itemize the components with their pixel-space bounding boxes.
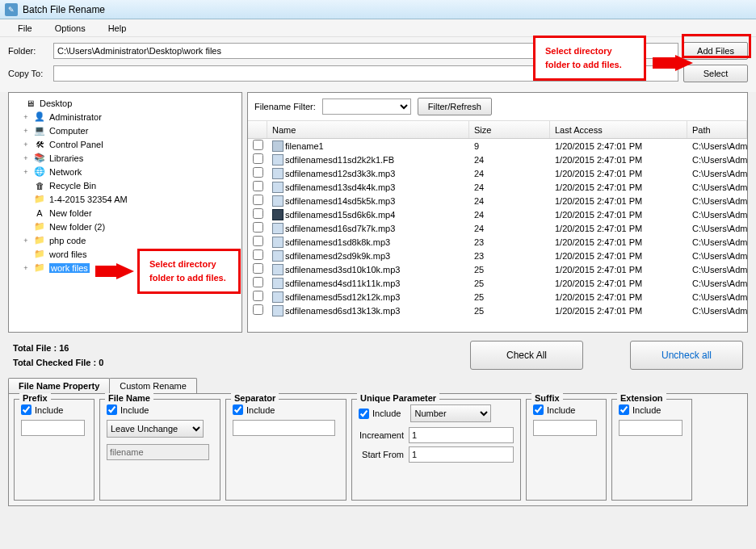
prefix-input[interactable] — [21, 420, 85, 436]
filename-mode-select[interactable]: Leave Unchange — [107, 420, 204, 438]
row-checkbox[interactable] — [253, 140, 263, 150]
startfrom-input[interactable] — [409, 446, 514, 463]
expander-icon[interactable]: + — [22, 113, 30, 121]
tree-item[interactable]: 🗑Recycle Bin — [10, 178, 240, 192]
suffix-input[interactable] — [533, 420, 597, 436]
tree-item[interactable]: +🌐Network — [10, 165, 240, 178]
cell-size: 24 — [469, 210, 550, 220]
row-checkbox[interactable] — [253, 222, 263, 233]
cell-name: sdfilenamesd6sd13k13k.mp3 — [285, 306, 400, 316]
cell-path: C:\Users\Admi — [687, 196, 747, 206]
cell-size: 24 — [469, 169, 550, 178]
expander-icon[interactable]: + — [22, 127, 30, 135]
expander-icon[interactable]: + — [22, 168, 30, 176]
cell-name: sdfilenamesd3sd10k10k.mp3 — [285, 265, 400, 274]
total-checked-label: Total Checked File : — [13, 358, 96, 367]
increment-input[interactable] — [409, 427, 514, 443]
cell-lastaccess: 1/20/2015 2:47:01 PM — [550, 237, 687, 247]
filter-refresh-button[interactable]: Filter/Refresh — [418, 98, 492, 115]
cell-path: C:\Users\Admi — [687, 306, 747, 316]
table-row[interactable]: sdfilenamesd14sd5k5k.mp3241/20/2015 2:47… — [248, 194, 747, 207]
separator-input[interactable] — [233, 420, 335, 436]
tree-item[interactable]: +🛠Control Panel — [10, 137, 240, 151]
unique-include-checkbox[interactable] — [359, 409, 369, 419]
expander-icon[interactable]: + — [22, 237, 30, 245]
row-checkbox[interactable] — [253, 263, 263, 274]
tree-item-label: 1-4-2015 32354 AM — [49, 195, 128, 204]
menu-file[interactable]: File — [8, 22, 42, 35]
row-checkbox[interactable] — [253, 304, 263, 315]
tab-filename-property[interactable]: File Name Property — [8, 378, 110, 393]
file-icon — [272, 209, 284, 220]
total-file-label: Total File : — [13, 343, 57, 353]
col-path[interactable]: Path — [687, 121, 747, 138]
table-row[interactable]: sdfilenamesd16sd7k7k.mp3241/20/2015 2:47… — [248, 221, 747, 235]
table-row[interactable]: sdfilenamesd15sd6k6k.mp4241/20/2015 2:47… — [248, 207, 747, 221]
cell-path: C:\Users\Admi — [687, 279, 747, 288]
table-row[interactable]: sdfilenamesd5sd12k12k.mp3251/20/2015 2:4… — [248, 290, 747, 304]
add-files-button[interactable]: Add Files — [683, 42, 748, 60]
suffix-include-checkbox[interactable] — [533, 404, 544, 415]
expander-icon[interactable]: + — [22, 264, 30, 272]
col-lastaccess[interactable]: Last Access — [550, 121, 687, 138]
row-checkbox[interactable] — [253, 236, 263, 246]
file-list-body[interactable]: filename191/20/2015 2:47:01 PMC:\Users\A… — [248, 139, 747, 332]
col-size[interactable]: Size — [469, 121, 550, 138]
cell-name: sdfilenamesd1sd8k8k.mp3 — [285, 237, 390, 247]
group-filename-title: File Name — [105, 393, 153, 403]
select-button[interactable]: Select — [683, 65, 748, 82]
expander-icon[interactable]: + — [22, 140, 30, 149]
tree-item[interactable]: +📁php code — [10, 233, 240, 247]
row-checkbox[interactable] — [253, 277, 263, 287]
col-name[interactable]: Name — [267, 121, 469, 138]
prefix-include-checkbox[interactable] — [21, 404, 32, 415]
tree-item[interactable]: 📁New folder (2) — [10, 220, 240, 233]
menu-options[interactable]: Options — [45, 22, 95, 35]
row-checkbox[interactable] — [253, 208, 263, 219]
expander-icon[interactable]: + — [22, 154, 30, 162]
row-checkbox[interactable] — [253, 249, 263, 260]
cell-path: C:\Users\Admi — [687, 237, 747, 247]
cell-size: 25 — [469, 265, 550, 274]
tree-item[interactable]: ANew folder — [10, 206, 240, 220]
extension-include-checkbox[interactable] — [619, 404, 629, 415]
tree-item[interactable]: +📚Libraries — [10, 151, 240, 165]
table-row[interactable]: sdfilenamesd4sd11k11k.mp3251/20/2015 2:4… — [248, 276, 747, 290]
table-row[interactable]: sdfilenamesd6sd13k13k.mp3251/20/2015 2:4… — [248, 304, 747, 317]
folder-icon: 📁 — [33, 221, 46, 233]
tab-custom-rename[interactable]: Custom Rename — [109, 378, 197, 393]
table-row[interactable]: sdfilenamesd1sd8k8k.mp3231/20/2015 2:47:… — [248, 235, 747, 249]
cell-size: 24 — [469, 155, 550, 165]
tree-item[interactable]: +👤Administrator — [10, 110, 240, 124]
tree-item[interactable]: 🖥Desktop — [10, 96, 240, 110]
increment-label: Increament — [359, 430, 404, 440]
table-row[interactable]: sdfilenamesd12sd3k3k.mp3241/20/2015 2:47… — [248, 166, 747, 180]
extension-input[interactable] — [619, 420, 682, 436]
separator-include-checkbox[interactable] — [233, 404, 243, 415]
table-row[interactable]: sdfilenamesd13sd4k4k.mp3241/20/2015 2:47… — [248, 180, 747, 194]
folder-icon: 🖥 — [23, 98, 36, 109]
table-row[interactable]: sdfilenamesd11sd2k2k1.FB241/20/2015 2:47… — [248, 153, 747, 166]
unique-type-select[interactable]: Number — [410, 404, 491, 422]
row-checkbox[interactable] — [253, 153, 263, 164]
table-row[interactable]: sdfilenamesd2sd9k9k.mp3231/20/2015 2:47:… — [248, 249, 747, 262]
filename-include-checkbox[interactable] — [107, 404, 117, 415]
check-all-button[interactable]: Check All — [470, 341, 583, 370]
cell-name: sdfilenamesd2sd9k9k.mp3 — [285, 251, 390, 261]
row-checkbox[interactable] — [253, 195, 263, 205]
filter-combo[interactable] — [322, 98, 411, 115]
group-extension-title: Extension — [617, 393, 666, 403]
tree-item[interactable]: 📁1-4-2015 32354 AM — [10, 192, 240, 206]
row-checkbox[interactable] — [253, 291, 263, 301]
folder-icon: 📁 — [33, 249, 46, 260]
table-row[interactable]: sdfilenamesd3sd10k10k.mp3251/20/2015 2:4… — [248, 262, 747, 276]
folder-tree[interactable]: 🖥Desktop+👤Administrator+💻Computer+🛠Contr… — [8, 92, 242, 333]
tree-item-label: Computer — [49, 126, 88, 136]
table-row[interactable]: filename191/20/2015 2:47:01 PMC:\Users\A… — [248, 139, 747, 153]
row-checkbox[interactable] — [253, 167, 263, 178]
file-icon — [272, 291, 284, 303]
menu-help[interactable]: Help — [99, 22, 136, 35]
uncheck-all-button[interactable]: Uncheck all — [630, 341, 743, 370]
row-checkbox[interactable] — [253, 181, 263, 191]
tree-item[interactable]: +💻Computer — [10, 124, 240, 137]
